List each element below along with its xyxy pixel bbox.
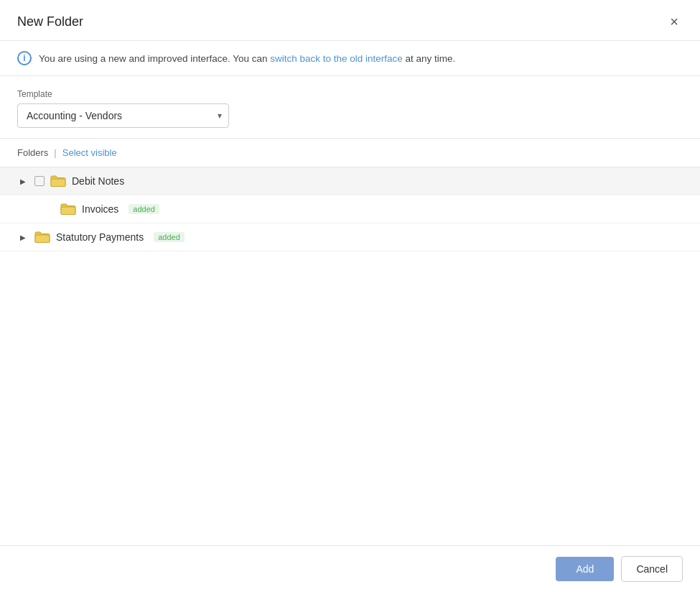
select-visible-button[interactable]: Select visible (62, 147, 117, 158)
template-section: Template Accounting - Vendors Accounting… (0, 76, 700, 139)
expand-arrow-debit-notes[interactable]: ▶ (17, 175, 29, 187)
info-banner: i You are using a new and improved inter… (0, 41, 700, 76)
folder-icon-statutory-payments (34, 231, 50, 244)
folders-label: Folders (17, 147, 48, 158)
folder-row-statutory-payments: ▶ Statutory Payments added (0, 223, 700, 251)
close-button[interactable]: × (666, 13, 683, 30)
info-text: You are using a new and improved interfa… (39, 53, 455, 64)
folder-name-invoices: Invoices (82, 203, 118, 215)
folder-name-debit-notes: Debit Notes (72, 175, 124, 187)
invoices-added-badge: added (129, 204, 159, 214)
svg-rect-1 (61, 207, 75, 215)
cancel-button[interactable]: Cancel (621, 556, 683, 582)
template-select-wrapper: Accounting - Vendors Accounting - Custom… (17, 103, 229, 128)
modal-header: New Folder × (0, 0, 700, 41)
folders-divider: | (54, 147, 56, 158)
modal-title: New Folder (17, 14, 83, 29)
add-button[interactable]: Add (556, 557, 614, 581)
template-label: Template (17, 89, 683, 99)
svg-rect-0 (51, 179, 65, 187)
template-select[interactable]: Accounting - Vendors Accounting - Custom… (17, 103, 229, 128)
folder-name-statutory-payments: Statutory Payments (56, 231, 144, 243)
folder-checkbox-debit-notes[interactable] (34, 176, 45, 186)
modal-footer: Add Cancel (0, 545, 700, 592)
info-text-before: You are using a new and improved interfa… (39, 53, 270, 64)
info-text-after: at any time. (403, 53, 456, 64)
folders-header: Folders | Select visible (0, 139, 700, 167)
info-icon: i (17, 51, 32, 65)
new-folder-modal: New Folder × i You are using a new and i… (0, 0, 700, 592)
statutory-payments-added-badge: added (154, 232, 185, 242)
modal-body: i You are using a new and improved inter… (0, 41, 700, 545)
svg-rect-2 (35, 235, 50, 243)
expand-arrow-statutory-payments[interactable]: ▶ (17, 231, 29, 243)
folder-row-debit-notes: ▶ Debit Notes (0, 167, 700, 195)
folder-icon-debit-notes (50, 175, 66, 188)
folder-row-invoices: Invoices added (0, 195, 700, 223)
switch-interface-link[interactable]: switch back to the old interface (270, 53, 403, 64)
folder-list: ▶ Debit Notes Invoices added (0, 167, 700, 545)
folder-icon-invoices (60, 203, 76, 216)
